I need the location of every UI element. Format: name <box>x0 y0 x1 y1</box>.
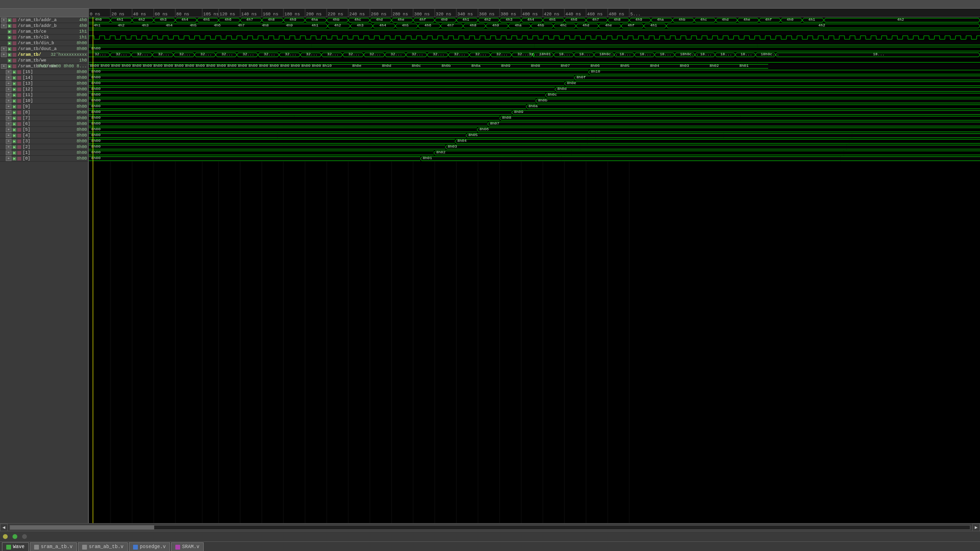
signal-value: 32'hxxxxxxxxxx <box>50 52 87 57</box>
signal-type-icon: ▶ <box>12 145 16 149</box>
tab-posedge-v[interactable]: posedge.v <box>129 542 170 551</box>
tab-label: Wave <box>13 544 24 550</box>
signal-row[interactable]: +▶[0]8h00 <box>0 156 88 162</box>
signal-row[interactable]: +▶[1]8h00 <box>0 150 88 156</box>
expand-icon[interactable]: + <box>6 122 12 126</box>
expand-icon[interactable]: + <box>1 24 7 28</box>
expand-icon[interactable]: + <box>1 52 7 57</box>
expand-icon[interactable]: + <box>6 81 12 86</box>
signal-row[interactable]: +▶[12]8h00 <box>0 87 88 92</box>
signal-row[interactable]: +▶[8]8h00 <box>0 110 88 115</box>
signal-color-icon <box>17 93 21 97</box>
tab-icon <box>34 545 39 550</box>
scroll-left-btn[interactable]: ◀ <box>0 524 8 531</box>
signal-row[interactable]: +▶/sram_tb/dout_a8h00 <box>0 46 88 52</box>
cursor-line <box>93 17 93 523</box>
signal-row[interactable]: +▶[9]8h00 <box>0 104 88 110</box>
signal-panel: +▶/sram_tb/addr_a4h0+▶/sram_tb/addr_b4h0… <box>0 9 89 523</box>
signal-color-icon <box>12 24 16 28</box>
signal-type-icon: ▶ <box>12 139 16 143</box>
expand-icon[interactable]: + <box>6 145 12 150</box>
tab-sram_a_tb-v[interactable]: sram_a_tb.v <box>30 542 77 551</box>
signal-color-icon <box>17 122 21 126</box>
signal-color-icon <box>17 99 21 103</box>
signal-type-icon: ▶ <box>12 116 16 120</box>
signal-row[interactable]: ▶/sram_tb/din_b8h00 <box>0 40 88 46</box>
signal-row[interactable]: ▶/sram_tb/clk1h1 <box>0 35 88 40</box>
signal-row[interactable]: +▶[3]8h00 <box>0 138 88 144</box>
signal-value: 8h00 <box>76 116 87 121</box>
expand-icon[interactable]: + <box>1 64 7 69</box>
signal-color-icon <box>12 64 16 68</box>
signal-row[interactable]: +▶[10]8h00 <box>0 98 88 104</box>
tab-SRAM-v[interactable]: SRAM.v <box>171 542 204 551</box>
signal-type-icon: ▶ <box>8 30 12 34</box>
signal-row[interactable]: +▶/sram_tb/32'hxxxxxxxxxx <box>0 52 88 58</box>
waveform-canvas-area[interactable] <box>89 17 980 523</box>
signal-row[interactable]: +▶[4]8h00 <box>0 133 88 138</box>
signal-color-icon <box>17 82 21 86</box>
expand-icon[interactable]: + <box>6 150 12 155</box>
tab-label: SRAM.v <box>182 544 199 550</box>
expand-icon[interactable]: + <box>6 127 12 132</box>
status-bar <box>0 531 980 541</box>
signal-value: 4h0 <box>79 18 87 23</box>
signal-name: [4] <box>23 133 30 138</box>
expand-icon[interactable]: + <box>6 75 12 80</box>
expand-icon[interactable]: + <box>6 156 12 161</box>
signal-type-icon: ▶ <box>8 24 12 28</box>
signal-value: 8h00 <box>76 150 87 155</box>
signal-row[interactable]: +▶[15]8h00 <box>0 69 88 75</box>
signal-value: 8h00 <box>76 87 87 92</box>
expand-icon[interactable]: + <box>6 70 12 75</box>
signal-type-icon: ▶ <box>12 122 16 126</box>
scroll-area[interactable]: ◀ ▶ <box>0 523 980 531</box>
signal-row[interactable]: +▶[5]8h00 <box>0 127 88 133</box>
signal-name: [6] <box>23 122 30 126</box>
signal-type-icon: ▶ <box>12 70 16 74</box>
expand-icon[interactable]: + <box>6 133 12 138</box>
expand-icon[interactable]: + <box>6 93 12 98</box>
signal-type-icon: ▶ <box>8 47 12 51</box>
signal-row[interactable]: +▶[6]8h00 <box>0 121 88 127</box>
signal-type-icon: ▶ <box>12 93 16 97</box>
signal-row[interactable]: +▶[7]8h00 <box>0 115 88 121</box>
scroll-thumb[interactable] <box>10 526 154 529</box>
signal-value: 1h1 <box>79 35 87 40</box>
status-indicator-3 <box>22 534 27 539</box>
signal-row[interactable]: +▶[11]8h00 <box>0 92 88 98</box>
expand-icon[interactable]: + <box>1 47 7 51</box>
signal-row[interactable]: +▶[14]8h00 <box>0 75 88 81</box>
signal-type-icon: ▶ <box>12 99 16 103</box>
signal-type-icon: ▶ <box>12 88 16 91</box>
expand-icon[interactable]: + <box>6 87 12 92</box>
scroll-right-btn[interactable]: ▶ <box>972 524 980 531</box>
signal-row[interactable]: +▶/sram_tb/addr_a4h0 <box>0 17 88 23</box>
scroll-track[interactable] <box>10 525 970 530</box>
tab-Wave[interactable]: Wave <box>2 542 29 551</box>
signal-row[interactable]: +▶[2]8h00 <box>0 144 88 150</box>
signal-color-icon <box>12 47 16 51</box>
signal-row[interactable]: ▶/sram_tb/ce1h1 <box>0 29 88 35</box>
expand-icon[interactable]: + <box>1 18 7 23</box>
waveform-panel[interactable] <box>89 9 980 523</box>
expand-icon[interactable]: + <box>6 104 12 109</box>
expand-icon[interactable]: + <box>6 99 12 103</box>
signal-row[interactable]: +▶/sram_tb/u1/mem8h00 8h00 8h00 8... <box>0 63 88 69</box>
signal-type-icon: ▶ <box>8 53 12 57</box>
tab-bar: Wavesram_a_tb.vsram_ab_tb.vposedge.vSRAM… <box>0 541 980 551</box>
status-indicator-2 <box>12 534 17 539</box>
signal-type-icon: ▶ <box>12 134 16 138</box>
signal-row[interactable]: ▶/sram_tb/we1h0 <box>0 58 88 63</box>
time-ruler <box>89 9 980 17</box>
signal-type-icon: ▶ <box>12 82 16 86</box>
signal-type-icon: ▶ <box>12 128 16 132</box>
tab-sram_ab_tb-v[interactable]: sram_ab_tb.v <box>78 542 128 551</box>
expand-icon[interactable]: + <box>6 139 12 144</box>
tab-icon <box>6 545 11 550</box>
signal-name: [8] <box>23 110 30 115</box>
expand-icon[interactable]: + <box>6 116 12 121</box>
signal-row[interactable]: +▶[13]8h00 <box>0 81 88 87</box>
signal-row[interactable]: +▶/sram_tb/addr_b4h0 <box>0 23 88 29</box>
expand-icon[interactable]: + <box>6 110 12 115</box>
